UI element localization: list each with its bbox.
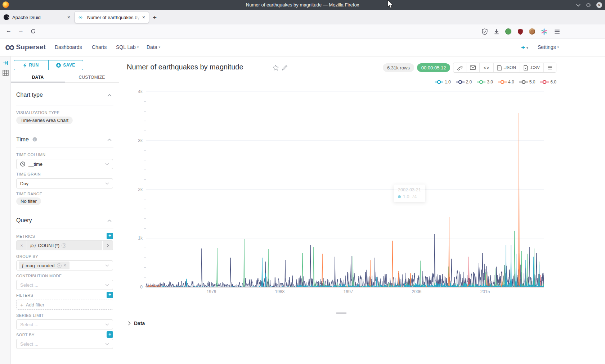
svg-text:2006: 2006 bbox=[412, 289, 422, 294]
export-csv-button[interactable]: .CSV bbox=[520, 63, 543, 72]
nav-sql-lab[interactable]: SQL Lab▾ bbox=[116, 44, 139, 50]
data-section-toggle[interactable]: Data bbox=[128, 320, 145, 326]
pocket-shield-icon[interactable] bbox=[481, 28, 488, 35]
legend-marker-icon bbox=[540, 80, 549, 84]
add-filter-plus-button[interactable]: + bbox=[107, 292, 113, 298]
time-grain-select[interactable]: Day bbox=[16, 178, 113, 188]
expand-metric-icon[interactable] bbox=[102, 241, 113, 250]
panel-resize-handle[interactable] bbox=[336, 313, 346, 314]
run-button[interactable]: RUN bbox=[14, 60, 48, 70]
nav-add-button[interactable]: +▾ bbox=[521, 44, 528, 51]
tab-close-icon[interactable]: × bbox=[67, 14, 70, 20]
group-by-select[interactable]: f mag_rounded ? × bbox=[16, 260, 113, 270]
collapse-section-icon[interactable] bbox=[107, 219, 112, 222]
time-grain-label: TIME GRAIN bbox=[16, 172, 41, 176]
embed-code-button[interactable]: <> bbox=[479, 63, 493, 72]
add-metric-button[interactable]: + bbox=[107, 233, 113, 239]
superset-logo[interactable]: ∞ Superset bbox=[5, 41, 46, 53]
window-minimize-icon[interactable] bbox=[576, 4, 581, 6]
collapse-section-icon[interactable] bbox=[107, 138, 112, 141]
chevron-down-icon bbox=[105, 264, 109, 267]
email-button[interactable] bbox=[466, 63, 479, 72]
timeseries-area-chart[interactable]: 01k2k3k4k19791988199720062015 bbox=[126, 86, 562, 299]
legend-item-6.0[interactable]: 6.0 bbox=[540, 79, 556, 85]
window-titlebar[interactable]: Numer of earthquakes by magnitude — Mozi… bbox=[0, 0, 605, 10]
tab-superset-explore[interactable]: ∞ Numer of earthquakes by × bbox=[75, 11, 149, 23]
more-options-button[interactable] bbox=[543, 63, 556, 72]
nav-settings[interactable]: Settings▾ bbox=[538, 44, 559, 50]
nav-dashboards[interactable]: Dashboards bbox=[55, 44, 82, 50]
legend-item-2.0[interactable]: 2.0 bbox=[456, 79, 472, 85]
edit-pencil-icon[interactable] bbox=[282, 65, 288, 70]
chevron-down-icon bbox=[105, 182, 109, 185]
svg-text:2k: 2k bbox=[138, 187, 143, 192]
tab-close-icon[interactable]: × bbox=[142, 14, 145, 20]
contribution-mode-select[interactable]: Select ... bbox=[16, 280, 113, 290]
dataset-grid-icon[interactable] bbox=[3, 70, 9, 76]
extension-privacy-badger-icon[interactable] bbox=[505, 28, 511, 35]
time-range-value[interactable]: No filter bbox=[16, 197, 41, 205]
series-dot-icon bbox=[398, 195, 401, 198]
tab-customize[interactable]: CUSTOMIZE bbox=[65, 73, 119, 82]
group-by-label: GROUP BY bbox=[16, 254, 38, 259]
extension-ublock-icon[interactable] bbox=[517, 28, 524, 35]
time-column-label: TIME COLUMN bbox=[16, 153, 45, 157]
collapse-panel-icon[interactable] bbox=[3, 60, 8, 65]
section-query: Query bbox=[16, 217, 32, 224]
extension-asterisk-icon[interactable] bbox=[541, 28, 547, 35]
menu-icon bbox=[547, 65, 552, 70]
downloads-icon[interactable] bbox=[493, 28, 500, 35]
panel-tabs: DATA CUSTOMIZE bbox=[11, 73, 119, 83]
tab-apache-druid[interactable]: Apache Druid × bbox=[0, 11, 74, 23]
mouse-cursor bbox=[387, 0, 394, 9]
chart-tooltip: 2002-03-21 1.0: 74 bbox=[394, 185, 425, 202]
remove-chip-icon[interactable]: × bbox=[64, 263, 66, 268]
svg-text:1988: 1988 bbox=[275, 289, 285, 294]
legend-marker-icon bbox=[519, 80, 528, 84]
info-icon: i bbox=[32, 137, 37, 142]
legend-item-1.0[interactable]: 1.0 bbox=[435, 79, 451, 85]
tab-data[interactable]: DATA bbox=[11, 73, 65, 82]
lightning-icon bbox=[23, 63, 27, 68]
window-maximize-icon[interactable] bbox=[586, 3, 591, 7]
legend-item-3.0[interactable]: 3.0 bbox=[477, 79, 493, 85]
add-sort-by-button[interactable]: + bbox=[107, 331, 113, 338]
window-close-icon[interactable]: × bbox=[596, 2, 602, 8]
forward-button[interactable]: → bbox=[18, 27, 24, 34]
back-button[interactable]: ← bbox=[6, 27, 12, 34]
svg-text:1979: 1979 bbox=[207, 289, 216, 294]
extension-cookie-icon[interactable] bbox=[529, 28, 535, 35]
remove-metric-icon[interactable]: × bbox=[17, 241, 27, 250]
export-json-button[interactable]: .JSON bbox=[493, 63, 520, 72]
favorite-star-icon[interactable] bbox=[273, 65, 279, 71]
caret-down-icon: ▾ bbox=[526, 46, 528, 50]
nav-data[interactable]: Data▾ bbox=[147, 44, 160, 50]
legend-item-4.0[interactable]: 4.0 bbox=[498, 79, 514, 85]
menu-hamburger-icon[interactable] bbox=[554, 28, 560, 35]
sort-by-select[interactable]: Select ... bbox=[16, 339, 113, 349]
viz-type-value[interactable]: Time-series Area Chart bbox=[16, 117, 73, 124]
nav-charts[interactable]: Charts bbox=[92, 44, 107, 50]
save-button[interactable]: SAVE bbox=[48, 60, 83, 70]
panel-resize-handle[interactable] bbox=[336, 312, 346, 313]
browser-toolbar: ← → 172.18.0.3:32108/superset/explore/?f… bbox=[0, 24, 605, 38]
new-tab-button[interactable]: + bbox=[153, 14, 157, 22]
metric-item[interactable]: × f(x) COUNT(*) ? bbox=[16, 240, 113, 250]
chevron-down-icon bbox=[105, 163, 109, 165]
druid-favicon-icon bbox=[4, 14, 9, 20]
add-filter-dropzone[interactable]: + Add filter bbox=[16, 300, 113, 310]
query-duration-badge: 00:00:05.12 bbox=[417, 63, 451, 72]
collapse-section-icon[interactable] bbox=[107, 94, 112, 97]
section-chart-type: Chart type bbox=[16, 92, 43, 98]
superset-logo-icon: ∞ bbox=[5, 41, 14, 53]
chart-title: Numer of earthquakes by magnitude bbox=[127, 63, 243, 71]
series-limit-select[interactable]: Select ... bbox=[16, 319, 113, 329]
reload-button[interactable] bbox=[30, 28, 36, 34]
legend-item-5.0[interactable]: 5.0 bbox=[519, 79, 535, 85]
series-limit-label: SERIES LIMIT bbox=[16, 313, 44, 318]
rows-count-badge: 6.31k rows bbox=[383, 63, 414, 72]
copy-link-button[interactable] bbox=[453, 63, 466, 72]
group-by-chip[interactable]: f mag_rounded ? × bbox=[19, 261, 70, 269]
time-column-select[interactable]: __time bbox=[16, 159, 113, 169]
svg-text:1k: 1k bbox=[138, 236, 143, 241]
